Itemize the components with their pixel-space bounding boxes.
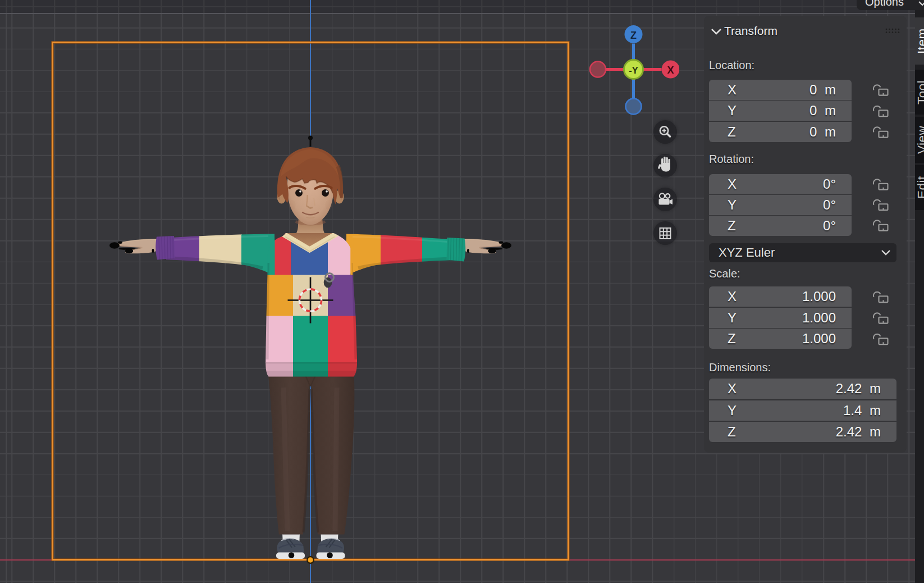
svg-text:X: X [667, 65, 674, 76]
svg-text:-Y: -Y [629, 65, 638, 75]
svg-text:Z: Z [630, 30, 637, 41]
